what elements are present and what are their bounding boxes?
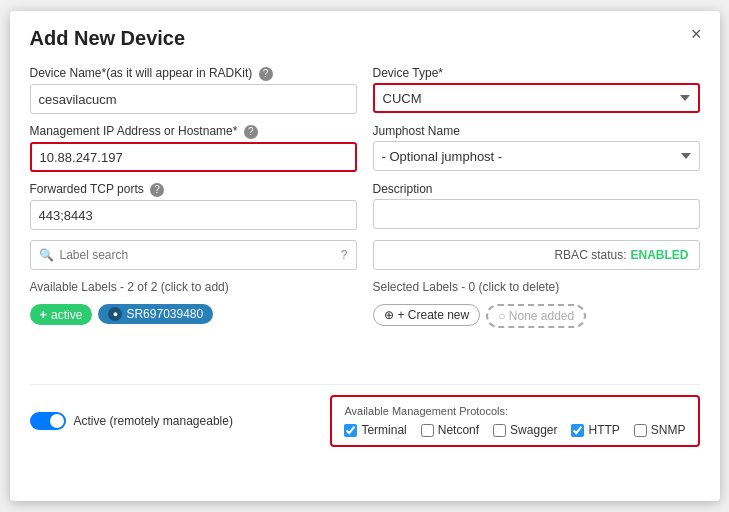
description-label: Description [373, 182, 700, 196]
protocol-snmp-label: SNMP [651, 423, 686, 437]
protocol-terminal-label: Terminal [361, 423, 406, 437]
selected-labels-col: Selected Labels - 0 (click to delete) ⊕ … [373, 274, 700, 370]
available-labels-col: Available Labels - 2 of 2 (click to add)… [30, 274, 357, 370]
active-chip-label: active [51, 308, 82, 322]
protocol-netconf-checkbox[interactable] [421, 424, 434, 437]
rbac-status-value: ENABLED [630, 248, 688, 262]
create-new-icon: ⊕ [384, 308, 394, 322]
protocols-title: Available Management Protocols: [344, 405, 685, 417]
label-search-input[interactable] [60, 248, 331, 262]
tcp-ports-group: Forwarded TCP ports ? [30, 182, 357, 230]
rbac-status-box: RBAC status: ENABLED [373, 240, 700, 270]
dialog-footer: Active (remotely manageable) Available M… [30, 384, 700, 447]
protocol-netconf: Netconf [421, 423, 479, 437]
selected-labels-title: Selected Labels - 0 (click to delete) [373, 280, 700, 294]
protocol-terminal-checkbox[interactable] [344, 424, 357, 437]
create-new-button[interactable]: ⊕ + Create new [373, 304, 481, 326]
label-chip-sr[interactable]: ● SR697039480 [98, 304, 213, 324]
description-input[interactable] [373, 199, 700, 229]
protocols-box: Available Management Protocols: Terminal… [330, 395, 699, 447]
protocol-http: HTTP [571, 423, 619, 437]
sr-chip-icon: ● [108, 307, 122, 321]
protocols-list: Terminal Netconf Swagger HTTP SNMP [344, 423, 685, 437]
none-added-label: ○ None added [498, 309, 574, 323]
device-name-help-icon[interactable]: ? [259, 67, 273, 81]
description-group: Description [373, 182, 700, 230]
labels-section: 🔍 ? RBAC status: ENABLED [30, 240, 700, 270]
protocol-http-label: HTTP [588, 423, 619, 437]
device-type-label: Device Type* [373, 66, 700, 80]
form-grid: Device Name*(as it will appear in RADKit… [30, 66, 700, 230]
rbac-label: RBAC status: [554, 248, 626, 262]
device-type-select[interactable]: CUCM Router Switch Firewall [373, 83, 700, 113]
active-toggle[interactable] [30, 412, 66, 430]
mgmt-ip-label: Management IP Address or Hostname* ? [30, 124, 357, 139]
available-labels-title: Available Labels - 2 of 2 (click to add) [30, 280, 357, 294]
label-search-col: 🔍 ? [30, 240, 357, 270]
toggle-row: Active (remotely manageable) [30, 412, 233, 430]
tcp-ports-help-icon[interactable]: ? [150, 183, 164, 197]
protocol-snmp-checkbox[interactable] [634, 424, 647, 437]
jumphost-select[interactable]: - Optional jumphost - [373, 141, 700, 171]
search-icon: 🔍 [39, 248, 54, 262]
protocol-swagger-label: Swagger [510, 423, 557, 437]
mgmt-ip-help-icon[interactable]: ? [244, 125, 258, 139]
protocol-http-checkbox[interactable] [571, 424, 584, 437]
device-name-input[interactable] [30, 84, 357, 114]
add-new-device-dialog: Add New Device × Device Name*(as it will… [10, 11, 720, 501]
available-labels-box: + active ● SR697039480 [30, 300, 357, 370]
protocol-netconf-label: Netconf [438, 423, 479, 437]
protocol-swagger-checkbox[interactable] [493, 424, 506, 437]
tcp-ports-input[interactable] [30, 200, 357, 230]
active-chip-icon: + [40, 307, 48, 322]
label-search-question[interactable]: ? [341, 248, 348, 262]
protocol-snmp: SNMP [634, 423, 686, 437]
close-button[interactable]: × [691, 25, 702, 43]
selected-labels-box: ⊕ + Create new ○ None added [373, 300, 700, 370]
create-new-label: + Create new [398, 308, 470, 322]
toggle-label: Active (remotely manageable) [74, 414, 233, 428]
tcp-ports-label: Forwarded TCP ports ? [30, 182, 357, 197]
jumphost-label: Jumphost Name [373, 124, 700, 138]
device-name-label: Device Name*(as it will appear in RADKit… [30, 66, 357, 81]
protocol-swagger: Swagger [493, 423, 557, 437]
dialog-title: Add New Device [30, 27, 700, 50]
device-type-group: Device Type* CUCM Router Switch Firewall [373, 66, 700, 114]
rbac-col: RBAC status: ENABLED [373, 240, 700, 270]
label-chip-active[interactable]: + active [30, 304, 93, 325]
sr-chip-label: SR697039480 [126, 307, 203, 321]
mgmt-ip-input[interactable] [30, 142, 357, 172]
labels-chips-section: Available Labels - 2 of 2 (click to add)… [30, 274, 700, 370]
label-search-row: 🔍 ? [30, 240, 357, 270]
none-added-chip: ○ None added [486, 304, 586, 328]
device-name-group: Device Name*(as it will appear in RADKit… [30, 66, 357, 114]
mgmt-ip-group: Management IP Address or Hostname* ? [30, 124, 357, 172]
jumphost-group: Jumphost Name - Optional jumphost - [373, 124, 700, 172]
protocol-terminal: Terminal [344, 423, 406, 437]
